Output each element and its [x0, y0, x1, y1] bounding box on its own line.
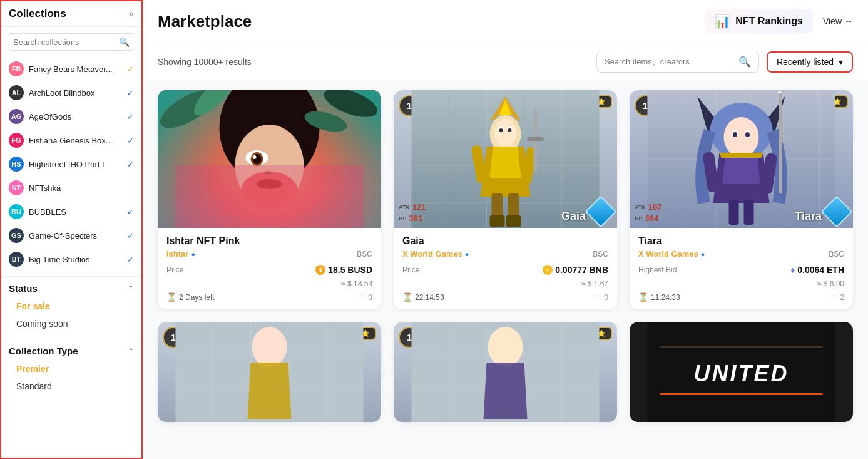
- sidebar-item-bubbles[interactable]: BU BUBBLES ✓: [1, 200, 141, 224]
- view-link[interactable]: View →: [823, 16, 853, 26]
- creator-verify-icon-ishtar: ●: [191, 250, 195, 258]
- price-row-tiara: Highest Bid ♦ 0.0064 ETH: [638, 265, 844, 275]
- collection-type-toggle-icon[interactable]: ⌃: [128, 347, 134, 356]
- sidebar: Collections » 🔍 FB Fancy Bears Metaver..…: [0, 0, 143, 459]
- card-footer-gaia: ⏳ 22:14:53 ♡ 0: [402, 292, 608, 302]
- sidebar-item-fancy-bears[interactable]: FB Fancy Bears Metaver... ✓: [1, 57, 141, 81]
- gaia-stats: ATK 121 HP 361: [399, 202, 426, 223]
- svg-point-38: [499, 128, 503, 132]
- sidebar-item-game-of-specters[interactable]: GS Game-Of-Specters ✓: [1, 224, 141, 247]
- partial-card-1-image: 1 1st ⭐: [158, 322, 381, 422]
- sidebar-item-highstreet[interactable]: HS Highstreet IHO Part I ✓: [1, 152, 141, 176]
- verify-icon-bubbles: ✓: [127, 207, 134, 217]
- cards-grid: Ishtar NFT Pink Ishtar ● BSC Price $ 18.…: [158, 90, 853, 422]
- type-standard[interactable]: Standard: [9, 378, 134, 395]
- status-list: For sale Coming soon: [9, 294, 134, 336]
- heart-icon-ishtar: ♡: [359, 293, 365, 302]
- verify-icon-fistiana: ✓: [127, 136, 134, 145]
- gaia-atk-label: ATK: [399, 204, 410, 210]
- collection-name-game-of-specters: Game-Of-Specters: [29, 231, 122, 240]
- collection-name-fancy-bears: Fancy Bears Metaver...: [29, 64, 122, 74]
- collection-name-highstreet: Highstreet IHO Part I: [29, 160, 122, 169]
- svg-text:UNITED: UNITED: [694, 361, 789, 386]
- sidebar-item-big-time[interactable]: BT Big Time Studios ✓: [1, 247, 141, 271]
- collection-type-title: Collection Type: [9, 346, 78, 356]
- tiara-hp-value: 364: [645, 214, 659, 223]
- gaia-hp-row: HP 361: [399, 214, 426, 223]
- partial-2-svg: [394, 322, 617, 422]
- price-value-gaia: ⭐ 0.00777 BNB: [543, 265, 608, 275]
- creator-verify-icon-tiara: ●: [701, 250, 705, 258]
- item-search-bar[interactable]: 🔍: [596, 51, 759, 73]
- price-value-ishtar: $ 18.5 BUSD: [315, 265, 372, 275]
- collection-avatar-fistiana: FG: [9, 133, 24, 148]
- collection-avatar-ageofgods: AG: [9, 109, 24, 124]
- gaia-svg: [394, 90, 617, 228]
- expand-icon[interactable]: »: [128, 8, 134, 19]
- card-chain-tiara: BSC: [829, 250, 844, 259]
- collection-type-header[interactable]: Collection Type ⌃: [9, 346, 134, 356]
- svg-rect-29: [490, 215, 505, 227]
- likes-tiara: ♡ 2: [830, 293, 844, 302]
- sort-dropdown[interactable]: Recently listed ▾: [767, 51, 853, 73]
- card-ishtar-nft-pink[interactable]: Ishtar NFT Pink Ishtar ● BSC Price $ 18.…: [158, 90, 381, 309]
- tiara-svg: [630, 90, 853, 228]
- collection-name-big-time: Big Time Studios: [29, 255, 122, 264]
- tiara-atk-label: ATK: [635, 204, 646, 210]
- filterbar: Showing 10000+ results 🔍 Recently listed…: [143, 43, 868, 80]
- card-gaia[interactable]: 1 1st ⭐: [394, 90, 617, 309]
- gaia-atk-row: ATK 121: [399, 202, 426, 212]
- timer-icon-tiara: ⏳: [638, 292, 648, 302]
- svg-point-56: [745, 132, 750, 137]
- status-toggle-icon[interactable]: ⌃: [128, 284, 134, 293]
- timer-ishtar: ⏳ 2 Days left: [166, 292, 215, 302]
- type-premier[interactable]: Premier: [9, 360, 134, 378]
- nft-rankings-button[interactable]: 📊 NFT Rankings: [705, 9, 813, 34]
- tiara-hp-row: HP 364: [635, 214, 662, 223]
- collection-name-archloot: ArchLoot Blindbox: [29, 88, 122, 98]
- collection-avatar-fancy-bears: FB: [9, 61, 24, 76]
- eth-icon: ♦: [790, 265, 795, 275]
- cards-area: Ishtar NFT Pink Ishtar ● BSC Price $ 18.…: [143, 80, 868, 459]
- bnb-coin-icon: ⭐: [543, 265, 553, 275]
- collection-search-input[interactable]: [13, 38, 119, 47]
- card-tiara[interactable]: 1 1st ⭐: [630, 90, 853, 309]
- sidebar-item-nftshka[interactable]: NT NFTshka: [1, 176, 141, 200]
- item-search-input[interactable]: [605, 57, 733, 66]
- tiara-atk-value: 107: [648, 202, 662, 212]
- partial-card-1[interactable]: 1 1st ⭐: [158, 322, 381, 422]
- results-count: Showing 10000+ results: [158, 57, 252, 67]
- status-coming-soon[interactable]: Coming soon: [9, 315, 134, 333]
- view-label: View: [823, 16, 842, 26]
- likes-ishtar: ♡ 0: [359, 293, 372, 302]
- card-creator-row-gaia: X World Games ● BSC: [402, 249, 608, 259]
- rankings-label: NFT Rankings: [735, 16, 803, 27]
- verify-icon-highstreet: ✓: [127, 160, 134, 169]
- svg-rect-64: [779, 93, 782, 193]
- partial-card-united[interactable]: UNITED: [630, 322, 853, 422]
- creator-verify-icon-gaia: ●: [465, 250, 469, 258]
- card-chain-gaia: BSC: [593, 250, 608, 259]
- sidebar-header: Collections »: [1, 1, 141, 27]
- card-creator-gaia: X World Games ●: [402, 249, 469, 259]
- card-body-gaia: Gaia X World Games ● BSC Price ⭐ 0.00777…: [394, 228, 617, 309]
- sidebar-item-fistiana[interactable]: FG Fistiana Genesis Box... ✓: [1, 128, 141, 152]
- sort-chevron-icon: ▾: [839, 57, 843, 67]
- collection-name-nftshka: NFTshka: [29, 183, 134, 193]
- partial-card-2[interactable]: 1 1st ⭐: [394, 322, 617, 422]
- svg-rect-9: [176, 165, 364, 228]
- status-for-sale[interactable]: For sale: [9, 297, 134, 315]
- collection-search-bar[interactable]: 🔍: [8, 33, 135, 51]
- collection-name-bubbles: BUBBLES: [29, 207, 122, 217]
- filter-right: 🔍 Recently listed ▾: [596, 51, 853, 73]
- status-section-header[interactable]: Status ⌃: [9, 283, 134, 294]
- collection-avatar-nftshka: NT: [9, 180, 24, 195]
- collection-avatar-highstreet: HS: [9, 157, 24, 172]
- card-body-ishtar: Ishtar NFT Pink Ishtar ● BSC Price $ 18.…: [158, 228, 381, 309]
- united-svg: UNITED: [630, 322, 853, 422]
- view-arrow-icon: →: [844, 16, 853, 26]
- tiara-hp-label: HP: [635, 215, 643, 222]
- card-chain-ishtar: BSC: [357, 250, 372, 259]
- sidebar-item-archloot[interactable]: AL ArchLoot Blindbox ✓: [1, 81, 141, 105]
- sidebar-item-ageofgods[interactable]: AG AgeOfGods ✓: [1, 105, 141, 128]
